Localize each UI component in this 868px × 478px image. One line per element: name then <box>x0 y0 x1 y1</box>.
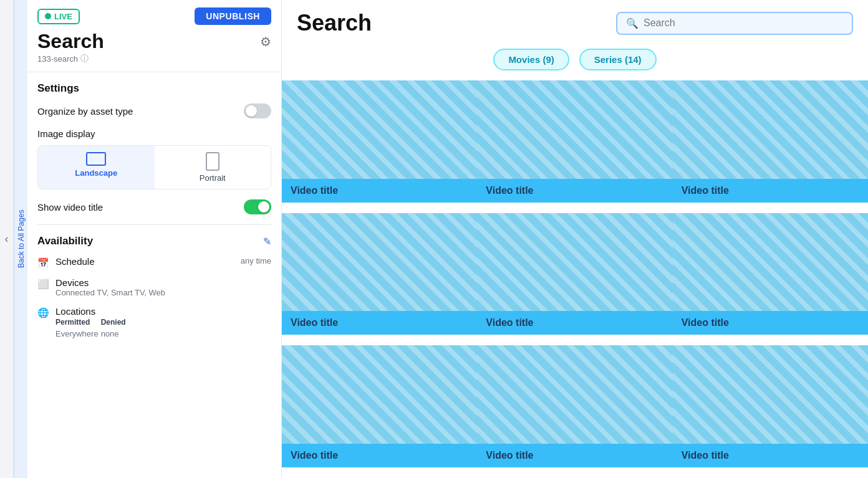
video-card-5[interactable]: Video title <box>477 213 672 335</box>
back-to-all-pages-tab[interactable]: Back to All Pages <box>14 0 27 478</box>
landscape-icon <box>86 152 106 166</box>
back-tab-label: Back to All Pages <box>17 210 26 268</box>
filter-tab-series[interactable]: Series (14) <box>579 49 657 70</box>
video-title-bar-9: Video title <box>673 444 868 467</box>
show-video-title-label: Show video title <box>37 202 103 213</box>
schedule-label: Schedule <box>55 256 95 267</box>
image-option-landscape[interactable]: Landscape <box>38 146 155 189</box>
calendar-icon: 📅 <box>37 257 49 269</box>
permitted-header: Permitted <box>55 318 99 327</box>
show-video-title-toggle[interactable] <box>244 199 271 214</box>
image-display-options: Landscape Portrait <box>37 145 271 189</box>
locations-grid: Permitted Denied Everywhere none <box>55 318 143 338</box>
landscape-label: Landscape <box>75 168 117 178</box>
settings-title: Settings <box>37 82 271 95</box>
show-video-title-row: Show video title <box>37 199 271 214</box>
locations-label: Locations <box>55 306 143 317</box>
locations-content: Locations Permitted Denied Everywhere no… <box>55 306 143 338</box>
live-badge: LIVE <box>37 9 80 24</box>
devices-content: Devices Connected TV, Smart TV, Web <box>55 277 165 297</box>
filter-tabs: Movies (9) Series (14) <box>282 42 868 80</box>
video-card-9[interactable]: Video title <box>673 345 868 467</box>
portrait-icon <box>206 152 219 171</box>
main-title: Search <box>297 10 372 36</box>
video-card-1[interactable]: Video title <box>282 80 477 203</box>
image-option-portrait[interactable]: Portrait <box>155 146 271 189</box>
video-card-4[interactable]: Video title <box>282 213 477 335</box>
video-title-bar-5: Video title <box>477 311 672 335</box>
show-video-title-toggle-thumb <box>258 201 269 213</box>
video-title-bar-1: Video title <box>282 179 477 203</box>
chevron-left-icon: ‹ <box>5 232 9 246</box>
denied-header: Denied <box>101 318 144 327</box>
organize-label: Organize by asset type <box>37 106 133 117</box>
video-title-bar-6: Video title <box>673 311 868 335</box>
search-box[interactable]: 🔍 <box>616 12 853 35</box>
page-title: Search <box>37 30 104 53</box>
video-card-6[interactable]: Video title <box>673 213 868 335</box>
settings-section: Settings Organize by asset type Image di… <box>27 72 281 224</box>
video-title-bar-3: Video title <box>673 179 868 203</box>
info-icon: ⓘ <box>80 53 89 64</box>
show-video-title-toggle-track[interactable] <box>244 199 271 214</box>
sidebar: LIVE UNPUBLISH Search ⚙ 133-search ⓘ Set… <box>27 0 282 478</box>
sidebar-header: LIVE UNPUBLISH <box>27 0 281 25</box>
unpublish-button[interactable]: UNPUBLISH <box>195 7 271 25</box>
schedule-item: 📅 Schedule any time <box>37 256 271 269</box>
schedule-content: Schedule <box>55 256 95 267</box>
locations-item: 🌐 Locations Permitted Denied Everywhere … <box>37 306 271 338</box>
availability-section: Availability ✎ 📅 Schedule any time ⬜ Dev… <box>27 225 281 347</box>
live-badge-label: LIVE <box>54 12 72 21</box>
search-input[interactable] <box>644 17 843 29</box>
video-title-bar-8: Video title <box>477 444 672 467</box>
image-display-section: Image display Landscape Portrait <box>37 128 271 189</box>
filter-tab-movies[interactable]: Movies (9) <box>493 49 569 70</box>
page-slug: 133-search ⓘ <box>27 53 281 72</box>
live-dot <box>45 13 51 19</box>
video-grid: Video title Video title Video title Vide… <box>282 80 868 478</box>
devices-label: Devices <box>55 277 165 288</box>
denied-value: none <box>101 329 144 338</box>
video-card-3[interactable]: Video title <box>673 80 868 203</box>
permitted-value: Everywhere <box>55 329 99 338</box>
portrait-label: Portrait <box>200 173 226 183</box>
video-title-bar-7: Video title <box>282 444 477 467</box>
nav-back-arrow[interactable]: ‹ <box>0 0 14 478</box>
availability-header: Availability ✎ <box>37 235 271 247</box>
slug-text: 133-search <box>37 54 78 64</box>
schedule-value: any time <box>241 256 271 265</box>
video-card-2[interactable]: Video title <box>477 80 672 203</box>
search-icon: 🔍 <box>626 17 639 29</box>
devices-item: ⬜ Devices Connected TV, Smart TV, Web <box>37 277 271 297</box>
gear-icon[interactable]: ⚙ <box>260 34 271 49</box>
devices-value: Connected TV, Smart TV, Web <box>55 288 165 297</box>
video-card-8[interactable]: Video title <box>477 345 672 467</box>
organize-toggle[interactable] <box>244 103 271 118</box>
device-icon: ⬜ <box>37 279 49 290</box>
video-title-bar-2: Video title <box>477 179 672 203</box>
video-title-bar-4: Video title <box>282 311 477 335</box>
video-card-7[interactable]: Video title <box>282 345 477 467</box>
organize-by-asset-type-row: Organize by asset type <box>37 103 271 118</box>
availability-title: Availability <box>37 235 93 247</box>
image-display-label: Image display <box>37 128 271 139</box>
globe-icon: 🌐 <box>37 307 49 318</box>
organize-toggle-track[interactable] <box>244 103 271 118</box>
main-header: Search 🔍 <box>282 0 868 42</box>
edit-icon[interactable]: ✎ <box>263 236 271 247</box>
main-content: Search 🔍 Movies (9) Series (14) Video ti… <box>282 0 868 478</box>
organize-toggle-thumb <box>246 105 257 117</box>
